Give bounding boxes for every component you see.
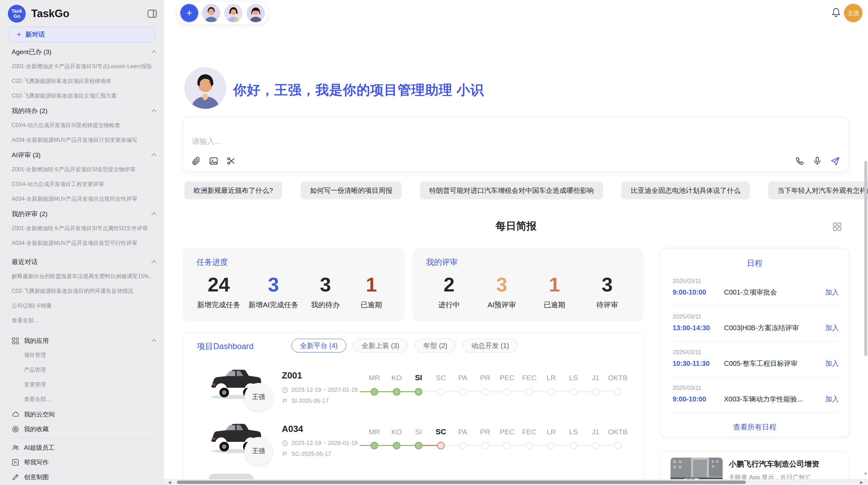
app-title: TaskGo: [31, 8, 147, 20]
avatar[interactable]: [246, 4, 265, 22]
view-all-chats[interactable]: 查看全部...: [12, 313, 157, 328]
milestone-dot[interactable]: [459, 442, 467, 449]
new-chat-button[interactable]: + 新对话: [9, 27, 156, 42]
notifications-bell-icon[interactable]: [831, 7, 841, 18]
milestone-dot[interactable]: [614, 388, 622, 396]
list-item[interactable]: 公司Q3轻卡销量: [12, 299, 157, 313]
tab-powertrain[interactable]: 动总开发 (1): [463, 339, 518, 352]
add-session-button[interactable]: +: [180, 4, 198, 22]
suggestion-chip[interactable]: 如何写一份清晰的项目周报: [301, 182, 401, 199]
list-item[interactable]: C0X4-动力总成开发项目SI里程碑提交物检查: [12, 118, 157, 133]
join-button[interactable]: 加入: [825, 323, 839, 333]
chevron-up-icon[interactable]: [151, 260, 157, 264]
sidebar-collapse-icon[interactable]: [147, 10, 157, 18]
sidebar-item-favorites[interactable]: 我的收藏: [12, 422, 157, 436]
chevron-up-icon[interactable]: [151, 339, 157, 343]
sidebar-item-creative-draw[interactable]: 创意制图: [12, 470, 157, 484]
list-item[interactable]: Z001-全新燃油轻卡产品开发项目SI造型提交物评审: [12, 162, 157, 177]
list-item[interactable]: A034-全新新能源MUV产品开发项目计划变更表编写: [12, 133, 157, 148]
milestone-dot[interactable]: [570, 442, 577, 449]
scroll-down-arrow-icon[interactable]: ▼: [864, 471, 868, 476]
horizontal-scrollbar-thumb[interactable]: [177, 481, 746, 484]
view-all-schedule-link[interactable]: 查看所有日程: [660, 422, 849, 432]
milestone-dot-done[interactable]: [415, 442, 422, 449]
milestone-dot[interactable]: [592, 388, 599, 396]
sidebar-item-cloud-space[interactable]: 我的云空间: [12, 407, 157, 422]
phone-icon[interactable]: [795, 156, 805, 166]
list-item[interactable]: C02-飞腾新能源轻客改款项目立项汇报方案: [12, 89, 157, 103]
milestone-dot[interactable]: [481, 388, 489, 396]
tab-new-body[interactable]: 全新上装 (3): [353, 339, 408, 352]
list-item[interactable]: C0X4-动力总成开发项目工程变更评审: [12, 177, 157, 192]
list-item[interactable]: 解释最新出台的欧盟报废车法规再生塑料比例被调至15%...: [12, 269, 157, 284]
milestone-dot[interactable]: [614, 442, 622, 449]
section-recent-chats[interactable]: 最近对话: [12, 254, 157, 269]
schedule-name: C005-整车工程目标评审: [724, 359, 825, 368]
sidebar-item-ai-staff[interactable]: AI超级员工: [12, 440, 157, 455]
milestone-dot[interactable]: [437, 388, 445, 396]
list-item[interactable]: A034-全新新能源MUV产品开发项目造型可行性评审: [12, 236, 157, 251]
join-button[interactable]: 加入: [825, 288, 839, 297]
list-item[interactable]: Z001-全新燃油皮卡产品开发项目SI节点Lesson Learn报告: [12, 59, 157, 74]
milestone-dot-current[interactable]: [415, 388, 422, 396]
milestone-dot[interactable]: [503, 442, 511, 449]
milestone-dot[interactable]: [481, 442, 489, 449]
milestone-dot[interactable]: [526, 442, 533, 449]
scissors-icon[interactable]: [226, 156, 236, 166]
sidebar-item-change-mgmt[interactable]: 变更管理: [12, 377, 157, 392]
suggestion-chip[interactable]: 欧洲新规最近颁布了什么?: [184, 182, 282, 199]
join-button[interactable]: 加入: [825, 359, 839, 368]
milestone-dot[interactable]: [503, 388, 511, 396]
send-icon[interactable]: [830, 156, 840, 166]
list-item[interactable]: C02-飞腾新能源轻客改款项目里程碑画布: [12, 74, 157, 89]
tab-new-platform[interactable]: 全新平台 (4): [291, 339, 346, 352]
join-button[interactable]: 加入: [825, 395, 839, 404]
horizontal-scrollbar[interactable]: ◀ ▶: [164, 479, 868, 485]
milestone-dot[interactable]: [570, 388, 577, 396]
sidebar-item-product-mgmt[interactable]: 产品管理: [12, 363, 157, 377]
composer-right-tools: [795, 156, 840, 166]
section-my-todo[interactable]: 我的待办 (2): [12, 103, 157, 118]
user-avatar[interactable]: 王强: [844, 4, 863, 22]
milestone-dot-done[interactable]: [393, 388, 400, 396]
milestone-dot[interactable]: [459, 388, 467, 396]
section-my-review[interactable]: 我的评审 (2): [12, 207, 157, 221]
layout-grid-icon[interactable]: [832, 222, 842, 232]
milestone-dot-done[interactable]: [371, 442, 378, 449]
list-item[interactable]: C02-飞腾新能源轻客改款项目的闭环通告反馈情况: [12, 284, 157, 299]
avatar[interactable]: [202, 4, 220, 22]
milestone-dot-overdue[interactable]: [437, 442, 445, 449]
section-ai-review[interactable]: AI评审 (3): [12, 148, 157, 162]
milestone-dot[interactable]: [592, 442, 599, 449]
chevron-up-icon[interactable]: [151, 50, 157, 54]
chevron-up-icon[interactable]: [151, 153, 157, 157]
chevron-up-icon[interactable]: [151, 212, 157, 216]
sidebar-item-help-write[interactable]: 帮我写作: [12, 455, 157, 470]
write-icon: [12, 459, 19, 466]
avatar[interactable]: [224, 4, 243, 22]
section-agent-done[interactable]: Agent已办 (3): [12, 45, 157, 59]
chevron-up-icon[interactable]: [151, 109, 157, 113]
scroll-left-arrow-icon[interactable]: ◀: [168, 480, 171, 485]
image-icon[interactable]: [209, 156, 218, 166]
scroll-right-arrow-icon[interactable]: ▶: [860, 480, 863, 485]
list-item[interactable]: Z001-全新燃油轻卡产品开发项目SI节点属性5D文件评审: [12, 221, 157, 236]
milestone-dot[interactable]: [526, 388, 533, 396]
mic-icon[interactable]: [812, 156, 822, 166]
view-all-apps[interactable]: 查看全部...: [12, 392, 157, 407]
vertical-scrollbar-thumb[interactable]: [864, 161, 867, 356]
milestone-dot[interactable]: [547, 388, 555, 396]
suggestion-chip[interactable]: 当下年轻人对汽车外观有怎样的喜好趋势: [768, 182, 868, 199]
milestone-dot-done[interactable]: [371, 388, 378, 396]
attach-icon[interactable]: [191, 156, 201, 166]
sidebar-item-my-apps[interactable]: 我的应用: [12, 333, 157, 348]
composer[interactable]: 请输入...: [183, 117, 849, 172]
vertical-scrollbar[interactable]: [864, 0, 868, 480]
list-item[interactable]: A034-全新新能源MUV产品开发项目法规符合性评审: [12, 192, 157, 207]
milestone-dot[interactable]: [547, 442, 555, 449]
tab-year-model[interactable]: 年型 (2): [415, 339, 456, 352]
suggestion-chip[interactable]: 比亚迪全固态电池计划具体说了什么: [622, 182, 750, 199]
suggestion-chip[interactable]: 特朗普可能对进口汽车增税会对中国车企造成哪些影响: [420, 182, 603, 199]
sidebar-item-project-mgmt[interactable]: 项目管理: [12, 348, 157, 363]
milestone-dot-done[interactable]: [393, 442, 400, 449]
